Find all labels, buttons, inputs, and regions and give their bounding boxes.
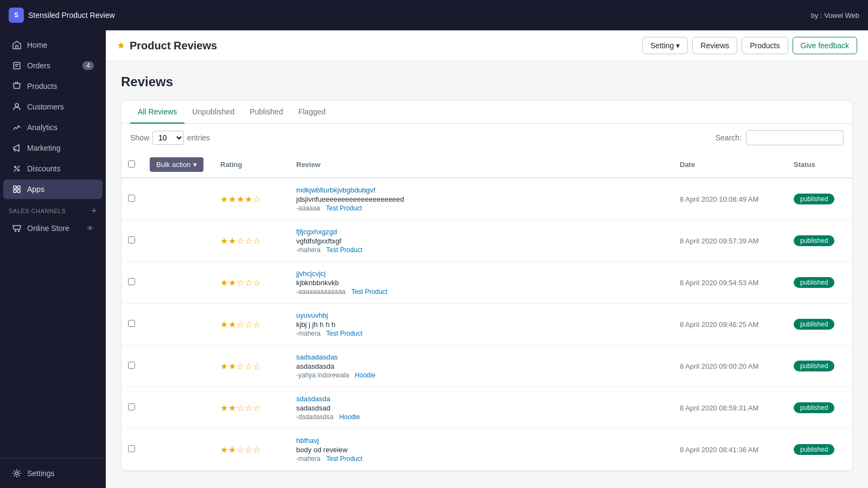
bulk-action-button[interactable]: Bulk action ▾: [150, 157, 203, 172]
table-row: ★★☆☆☆ hbfhavj body od reveiew -mahera Te…: [122, 429, 852, 471]
table-row: ★★☆☆☆ jjvhcjcvjcj kjbknbbnkvkb -aaaaaaaa…: [122, 262, 852, 304]
settings-icon: [12, 468, 22, 478]
layout: Home Orders 4 Products: [0, 30, 868, 488]
sidebar-bottom: Settings: [0, 458, 106, 484]
tab-all-reviews[interactable]: All Reviews: [130, 101, 184, 124]
row-review-5: sdasdasda sadasdsad -dsdadasdsa Hoodie: [290, 387, 673, 429]
sidebar-label-analytics: Analytics: [27, 123, 58, 132]
svg-point-1: [15, 104, 18, 107]
entries-label: entries: [187, 133, 210, 142]
bulk-dropdown-icon: ▾: [193, 160, 197, 169]
select-all-checkbox[interactable]: [128, 160, 135, 168]
sidebar-label-customers: Customers: [27, 102, 64, 111]
review-meta-3: -mahera Test Product: [296, 330, 667, 337]
product-tag: Hoodie: [355, 371, 375, 379]
feedback-button[interactable]: Give feedback: [793, 37, 858, 54]
show-entries: Show 10 25 50 100 entries: [130, 131, 210, 145]
status-badge-6: published: [794, 444, 834, 455]
th-bulk: Bulk action ▾: [143, 152, 214, 178]
app-header-right: Setting ▾ Reviews Products Give feedback: [642, 37, 857, 54]
review-title-2[interactable]: jjvhcjcvjcj: [296, 269, 667, 278]
review-title-4[interactable]: sadsadasdas: [296, 353, 667, 361]
row-checkbox-cell: [122, 262, 143, 304]
star-icon: ★: [117, 40, 125, 52]
sidebar-item-analytics[interactable]: Analytics: [3, 118, 103, 137]
review-meta-5: -dsdadasdsa Hoodie: [296, 413, 667, 421]
sidebar-item-products[interactable]: Products: [3, 76, 103, 96]
add-sales-channel-button[interactable]: +: [91, 206, 97, 216]
review-title-3[interactable]: uyuvuvhbj: [296, 311, 667, 319]
review-title-0[interactable]: mdkjwbfiurbkjvbgbdubgvf: [296, 186, 667, 194]
row-rating-4: ★★☆☆☆: [214, 345, 290, 387]
products-header-button[interactable]: Products: [742, 37, 788, 54]
review-title-5[interactable]: sdasdasda: [296, 395, 667, 403]
sidebar-item-online-store[interactable]: Online Store 👁: [3, 219, 103, 238]
products-icon: [12, 81, 22, 91]
entries-select[interactable]: 10 25 50 100: [152, 131, 184, 145]
row-rating-1: ★★☆☆☆: [214, 220, 290, 262]
row-empty-col-2: [143, 262, 214, 304]
main-content: Reviews All Reviews Unpublished Publishe…: [106, 61, 868, 488]
sidebar-item-discounts[interactable]: Discounts: [3, 159, 103, 178]
product-link[interactable]: Test Product: [351, 288, 387, 296]
row-checkbox-cell: [122, 178, 143, 220]
sidebar-item-settings[interactable]: Settings: [3, 464, 103, 483]
product-link[interactable]: Test Product: [326, 330, 362, 337]
row-checkbox-6[interactable]: [128, 445, 135, 452]
row-checkbox-3[interactable]: [128, 320, 135, 327]
setting-button[interactable]: Setting ▾: [642, 37, 688, 54]
row-status-2: published: [787, 262, 852, 304]
row-review-1: fjfjcgxhxgzgd vgfdfsfgxxftxgf -mahera Te…: [290, 220, 673, 262]
sidebar-item-orders[interactable]: Orders 4: [3, 56, 103, 75]
sidebar-item-marketing[interactable]: Marketing: [3, 138, 103, 158]
status-badge-2: published: [794, 277, 834, 288]
row-checkbox-5[interactable]: [128, 403, 135, 410]
status-badge-5: published: [794, 402, 834, 413]
row-checkbox-cell: [122, 387, 143, 429]
status-badge-4: published: [794, 361, 834, 371]
row-empty-col-4: [143, 345, 214, 387]
product-link[interactable]: Test Product: [326, 455, 362, 463]
row-checkbox-4[interactable]: [128, 362, 135, 369]
row-checkbox-1[interactable]: [128, 236, 135, 243]
row-checkbox-0[interactable]: [128, 195, 135, 202]
table-row: ★★☆☆☆ uyuvuvhbj kjbj j jh h h h -mahera …: [122, 304, 852, 345]
review-body-3: kjbj j jh h h h: [296, 320, 667, 329]
row-checkbox-2[interactable]: [128, 278, 135, 285]
product-link[interactable]: Test Product: [326, 246, 362, 254]
review-body-1: vgfdfsfgxxftxgf: [296, 237, 667, 245]
row-review-2: jjvhcjcvjcj kjbknbbnkvkb -aaaaaaaaaaaaa …: [290, 262, 673, 304]
top-bar-left: S Stensiled Product Review: [9, 8, 115, 23]
reviews-button[interactable]: Reviews: [692, 37, 737, 54]
review-title-1[interactable]: fjfjcgxhxgzgd: [296, 228, 667, 236]
table-row: ★★★★☆ mdkjwbfiurbkjvbgbdubgvf jdsjivnfue…: [122, 178, 852, 220]
reviews-button-label: Reviews: [700, 41, 729, 50]
row-empty-col-5: [143, 387, 214, 429]
search-input[interactable]: [746, 130, 844, 145]
product-link[interactable]: Test Product: [326, 204, 362, 212]
row-status-4: published: [787, 345, 852, 387]
sidebar-item-home[interactable]: Home: [3, 35, 103, 55]
svg-point-8: [15, 230, 16, 232]
content-area: ★ Product Reviews Setting ▾ Reviews Prod…: [106, 30, 868, 488]
row-status-3: published: [787, 304, 852, 345]
online-store-eye-icon: 👁: [87, 224, 94, 233]
online-store-icon: [12, 223, 22, 233]
sidebar-item-apps[interactable]: Apps: [3, 179, 103, 199]
sales-channels-section: SALES CHANNELS +: [0, 200, 106, 218]
sidebar-item-customers[interactable]: Customers: [3, 97, 103, 117]
th-rating: Rating: [214, 152, 290, 178]
tab-unpublished[interactable]: Unpublished: [184, 101, 242, 124]
tab-flagged[interactable]: Flagged: [291, 101, 334, 124]
sidebar-label-home: Home: [27, 41, 47, 49]
top-bar-by: by : Vowel Web: [811, 11, 859, 20]
review-body-6: body od reveiew: [296, 446, 667, 454]
row-status-1: published: [787, 220, 852, 262]
tab-published[interactable]: Published: [242, 101, 291, 124]
row-review-3: uyuvuvhbj kjbj j jh h h h -mahera Test P…: [290, 304, 673, 345]
app-header-left: ★ Product Reviews: [117, 40, 217, 52]
row-rating-3: ★★☆☆☆: [214, 304, 290, 345]
tabs-bar: All Reviews Unpublished Published Flagge…: [122, 101, 852, 124]
review-title-6[interactable]: hbfhavj: [296, 436, 667, 445]
row-status-0: published: [787, 178, 852, 220]
